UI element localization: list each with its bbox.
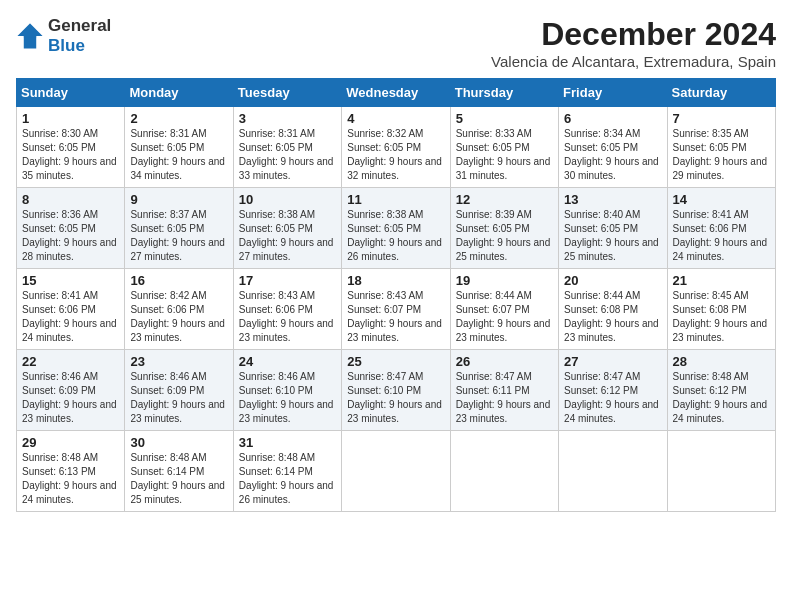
header-tuesday: Tuesday <box>233 79 341 107</box>
day-cell-6: 6Sunrise: 8:34 AMSunset: 6:05 PMDaylight… <box>559 107 667 188</box>
day-number: 17 <box>239 273 336 288</box>
week-row-4: 22Sunrise: 8:46 AMSunset: 6:09 PMDayligh… <box>17 350 776 431</box>
day-number: 30 <box>130 435 227 450</box>
day-cell-31: 31Sunrise: 8:48 AMSunset: 6:14 PMDayligh… <box>233 431 341 512</box>
day-cell-11: 11Sunrise: 8:38 AMSunset: 6:05 PMDayligh… <box>342 188 450 269</box>
logo: General Blue <box>16 16 111 55</box>
calendar-body: 1Sunrise: 8:30 AMSunset: 6:05 PMDaylight… <box>17 107 776 512</box>
day-cell-16: 16Sunrise: 8:42 AMSunset: 6:06 PMDayligh… <box>125 269 233 350</box>
day-info: Sunrise: 8:32 AMSunset: 6:05 PMDaylight:… <box>347 128 442 181</box>
day-info: Sunrise: 8:35 AMSunset: 6:05 PMDaylight:… <box>673 128 768 181</box>
day-number: 11 <box>347 192 444 207</box>
day-info: Sunrise: 8:37 AMSunset: 6:05 PMDaylight:… <box>130 209 225 262</box>
day-info: Sunrise: 8:41 AMSunset: 6:06 PMDaylight:… <box>673 209 768 262</box>
title-area: December 2024 Valencia de Alcantara, Ext… <box>491 16 776 70</box>
main-title: December 2024 <box>491 16 776 53</box>
day-info: Sunrise: 8:34 AMSunset: 6:05 PMDaylight:… <box>564 128 659 181</box>
day-cell-8: 8Sunrise: 8:36 AMSunset: 6:05 PMDaylight… <box>17 188 125 269</box>
day-info: Sunrise: 8:46 AMSunset: 6:09 PMDaylight:… <box>130 371 225 424</box>
svg-marker-1 <box>18 23 43 37</box>
day-info: Sunrise: 8:47 AMSunset: 6:11 PMDaylight:… <box>456 371 551 424</box>
day-number: 3 <box>239 111 336 126</box>
day-cell-17: 17Sunrise: 8:43 AMSunset: 6:06 PMDayligh… <box>233 269 341 350</box>
day-info: Sunrise: 8:33 AMSunset: 6:05 PMDaylight:… <box>456 128 551 181</box>
day-number: 1 <box>22 111 119 126</box>
day-info: Sunrise: 8:48 AMSunset: 6:14 PMDaylight:… <box>130 452 225 505</box>
day-info: Sunrise: 8:38 AMSunset: 6:05 PMDaylight:… <box>239 209 334 262</box>
day-cell-5: 5Sunrise: 8:33 AMSunset: 6:05 PMDaylight… <box>450 107 558 188</box>
header-sunday: Sunday <box>17 79 125 107</box>
empty-cell <box>667 431 775 512</box>
day-number: 20 <box>564 273 661 288</box>
empty-cell <box>450 431 558 512</box>
week-row-1: 1Sunrise: 8:30 AMSunset: 6:05 PMDaylight… <box>17 107 776 188</box>
day-number: 15 <box>22 273 119 288</box>
day-number: 10 <box>239 192 336 207</box>
day-info: Sunrise: 8:30 AMSunset: 6:05 PMDaylight:… <box>22 128 117 181</box>
day-info: Sunrise: 8:45 AMSunset: 6:08 PMDaylight:… <box>673 290 768 343</box>
logo-icon <box>16 22 44 50</box>
day-cell-21: 21Sunrise: 8:45 AMSunset: 6:08 PMDayligh… <box>667 269 775 350</box>
day-number: 25 <box>347 354 444 369</box>
day-cell-25: 25Sunrise: 8:47 AMSunset: 6:10 PMDayligh… <box>342 350 450 431</box>
day-number: 14 <box>673 192 770 207</box>
header-thursday: Thursday <box>450 79 558 107</box>
day-info: Sunrise: 8:36 AMSunset: 6:05 PMDaylight:… <box>22 209 117 262</box>
header-wednesday: Wednesday <box>342 79 450 107</box>
day-cell-24: 24Sunrise: 8:46 AMSunset: 6:10 PMDayligh… <box>233 350 341 431</box>
logo-blue-text: Blue <box>48 36 111 56</box>
day-info: Sunrise: 8:48 AMSunset: 6:13 PMDaylight:… <box>22 452 117 505</box>
day-info: Sunrise: 8:41 AMSunset: 6:06 PMDaylight:… <box>22 290 117 343</box>
day-cell-14: 14Sunrise: 8:41 AMSunset: 6:06 PMDayligh… <box>667 188 775 269</box>
day-info: Sunrise: 8:46 AMSunset: 6:10 PMDaylight:… <box>239 371 334 424</box>
day-cell-10: 10Sunrise: 8:38 AMSunset: 6:05 PMDayligh… <box>233 188 341 269</box>
day-cell-2: 2Sunrise: 8:31 AMSunset: 6:05 PMDaylight… <box>125 107 233 188</box>
empty-cell <box>559 431 667 512</box>
day-info: Sunrise: 8:47 AMSunset: 6:12 PMDaylight:… <box>564 371 659 424</box>
day-number: 31 <box>239 435 336 450</box>
day-info: Sunrise: 8:48 AMSunset: 6:12 PMDaylight:… <box>673 371 768 424</box>
day-number: 2 <box>130 111 227 126</box>
day-number: 23 <box>130 354 227 369</box>
day-cell-3: 3Sunrise: 8:31 AMSunset: 6:05 PMDaylight… <box>233 107 341 188</box>
day-info: Sunrise: 8:38 AMSunset: 6:05 PMDaylight:… <box>347 209 442 262</box>
day-number: 7 <box>673 111 770 126</box>
day-info: Sunrise: 8:44 AMSunset: 6:08 PMDaylight:… <box>564 290 659 343</box>
day-info: Sunrise: 8:48 AMSunset: 6:14 PMDaylight:… <box>239 452 334 505</box>
week-row-5: 29Sunrise: 8:48 AMSunset: 6:13 PMDayligh… <box>17 431 776 512</box>
day-number: 24 <box>239 354 336 369</box>
day-cell-22: 22Sunrise: 8:46 AMSunset: 6:09 PMDayligh… <box>17 350 125 431</box>
day-info: Sunrise: 8:39 AMSunset: 6:05 PMDaylight:… <box>456 209 551 262</box>
page-header: General Blue December 2024 Valencia de A… <box>16 16 776 70</box>
weekday-header-row: Sunday Monday Tuesday Wednesday Thursday… <box>17 79 776 107</box>
calendar-table: Sunday Monday Tuesday Wednesday Thursday… <box>16 78 776 512</box>
day-info: Sunrise: 8:42 AMSunset: 6:06 PMDaylight:… <box>130 290 225 343</box>
day-cell-15: 15Sunrise: 8:41 AMSunset: 6:06 PMDayligh… <box>17 269 125 350</box>
day-cell-28: 28Sunrise: 8:48 AMSunset: 6:12 PMDayligh… <box>667 350 775 431</box>
week-row-3: 15Sunrise: 8:41 AMSunset: 6:06 PMDayligh… <box>17 269 776 350</box>
day-cell-18: 18Sunrise: 8:43 AMSunset: 6:07 PMDayligh… <box>342 269 450 350</box>
day-number: 26 <box>456 354 553 369</box>
day-number: 21 <box>673 273 770 288</box>
day-number: 9 <box>130 192 227 207</box>
day-number: 22 <box>22 354 119 369</box>
day-number: 27 <box>564 354 661 369</box>
day-number: 8 <box>22 192 119 207</box>
day-cell-7: 7Sunrise: 8:35 AMSunset: 6:05 PMDaylight… <box>667 107 775 188</box>
day-cell-26: 26Sunrise: 8:47 AMSunset: 6:11 PMDayligh… <box>450 350 558 431</box>
day-cell-12: 12Sunrise: 8:39 AMSunset: 6:05 PMDayligh… <box>450 188 558 269</box>
day-info: Sunrise: 8:46 AMSunset: 6:09 PMDaylight:… <box>22 371 117 424</box>
day-number: 29 <box>22 435 119 450</box>
day-number: 19 <box>456 273 553 288</box>
day-info: Sunrise: 8:47 AMSunset: 6:10 PMDaylight:… <box>347 371 442 424</box>
header-friday: Friday <box>559 79 667 107</box>
day-info: Sunrise: 8:43 AMSunset: 6:07 PMDaylight:… <box>347 290 442 343</box>
day-info: Sunrise: 8:43 AMSunset: 6:06 PMDaylight:… <box>239 290 334 343</box>
logo-general-text: General <box>48 16 111 36</box>
day-cell-23: 23Sunrise: 8:46 AMSunset: 6:09 PMDayligh… <box>125 350 233 431</box>
week-row-2: 8Sunrise: 8:36 AMSunset: 6:05 PMDaylight… <box>17 188 776 269</box>
day-cell-29: 29Sunrise: 8:48 AMSunset: 6:13 PMDayligh… <box>17 431 125 512</box>
subtitle: Valencia de Alcantara, Extremadura, Spai… <box>491 53 776 70</box>
day-cell-30: 30Sunrise: 8:48 AMSunset: 6:14 PMDayligh… <box>125 431 233 512</box>
header-saturday: Saturday <box>667 79 775 107</box>
